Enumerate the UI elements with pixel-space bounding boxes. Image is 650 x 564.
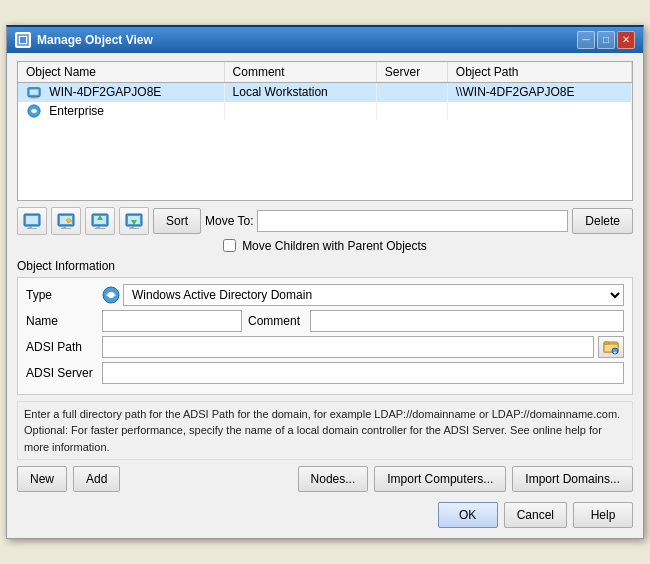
cell-comment: Local Workstation — [224, 82, 376, 101]
type-select[interactable]: Windows Active Directory Domain LDAP Win… — [123, 284, 624, 306]
object-table: Object Name Comment Server Object Path — [18, 62, 632, 121]
cell-path — [447, 102, 631, 121]
icon-btn-1[interactable] — [17, 207, 47, 235]
cell-server — [376, 102, 447, 121]
col-comment: Comment — [224, 62, 376, 83]
svg-rect-10 — [27, 228, 37, 229]
titlebar-left: Manage Object View — [15, 32, 153, 48]
svg-point-21 — [108, 292, 114, 298]
maximize-button[interactable]: □ — [597, 31, 615, 49]
close-button[interactable]: ✕ — [617, 31, 635, 49]
name-label: Name — [26, 314, 96, 328]
new-button[interactable]: New — [17, 466, 67, 492]
add-button[interactable]: Add — [73, 466, 120, 492]
type-label: Type — [26, 288, 96, 302]
svg-rect-5 — [30, 89, 39, 94]
move-to-label: Move To: — [205, 214, 253, 228]
col-object-name: Object Name — [18, 62, 224, 83]
svg-rect-13 — [61, 228, 71, 229]
import-computers-button[interactable]: Import Computers... — [374, 466, 506, 492]
object-information-section: Object Information Type Windows Active D… — [17, 259, 633, 395]
move-children-row: Move Children with Parent Objects — [17, 239, 633, 253]
move-children-checkbox[interactable] — [223, 239, 236, 252]
type-select-wrap: Windows Active Directory Domain LDAP Win… — [102, 284, 624, 306]
window-title: Manage Object View — [37, 33, 153, 47]
ok-button[interactable]: OK — [438, 502, 498, 528]
object-table-container[interactable]: Object Name Comment Server Object Path — [17, 61, 633, 201]
section-title: Object Information — [17, 259, 633, 273]
name-input[interactable] — [102, 310, 242, 332]
dialog-buttons: OK Cancel Help — [17, 498, 633, 530]
col-server: Server — [376, 62, 447, 83]
cancel-button[interactable]: Cancel — [504, 502, 567, 528]
titlebar: Manage Object View ─ □ ✕ — [7, 27, 643, 53]
move-children-label: Move Children with Parent Objects — [242, 239, 427, 253]
titlebar-controls: ─ □ ✕ — [577, 31, 635, 49]
form-section: Type Windows Active Directory Domain LDA… — [17, 277, 633, 395]
help-button[interactable]: Help — [573, 502, 633, 528]
window-icon — [15, 32, 31, 48]
type-row: Type Windows Active Directory Domain LDA… — [26, 284, 624, 306]
icon-btn-3[interactable] — [85, 207, 115, 235]
svg-point-7 — [32, 110, 36, 114]
minimize-button[interactable]: ─ — [577, 31, 595, 49]
svg-rect-24 — [604, 342, 609, 344]
svg-text:+: + — [614, 348, 617, 354]
icon-btn-2[interactable] — [51, 207, 81, 235]
adsi-path-row: ADSI Path + — [26, 336, 624, 358]
main-content: Object Name Comment Server Object Path — [7, 53, 643, 539]
delete-button[interactable]: Delete — [572, 208, 633, 234]
icon-btn-4[interactable] — [119, 207, 149, 235]
cell-name: Enterprise — [18, 102, 224, 121]
toolbar-row: Sort Move To: Delete — [17, 207, 633, 235]
adsi-server-input[interactable] — [102, 362, 624, 384]
name-comment-row: Name Comment — [26, 310, 624, 332]
cell-comment — [224, 102, 376, 121]
cell-server — [376, 82, 447, 101]
svg-rect-1 — [20, 37, 26, 43]
adsi-path-browse-button[interactable]: + — [598, 336, 624, 358]
sort-button[interactable]: Sort — [153, 208, 201, 234]
svg-rect-19 — [129, 228, 139, 229]
nodes-button[interactable]: Nodes... — [298, 466, 369, 492]
bottom-action-buttons: New Add Nodes... Import Computers... Imp… — [17, 466, 633, 492]
import-domains-button[interactable]: Import Domains... — [512, 466, 633, 492]
cell-name: WIN-4DF2GAPJO8E — [18, 82, 224, 101]
comment-input[interactable] — [310, 310, 624, 332]
col-object-path: Object Path — [447, 62, 631, 83]
adsi-server-label: ADSI Server — [26, 366, 96, 380]
manage-object-view-window: Manage Object View ─ □ ✕ Object Name Com… — [6, 25, 644, 540]
svg-rect-16 — [95, 228, 105, 229]
table-row[interactable]: WIN-4DF2GAPJO8E Local Workstation \\WIN-… — [18, 82, 632, 101]
info-text: Enter a full directory path for the ADSI… — [17, 401, 633, 461]
adsi-path-label: ADSI Path — [26, 340, 96, 354]
svg-rect-4 — [29, 97, 40, 98]
cell-path: \\WIN-4DF2GAPJO8E — [447, 82, 631, 101]
svg-rect-9 — [26, 216, 38, 224]
table-row[interactable]: Enterprise — [18, 102, 632, 121]
adsi-path-input[interactable] — [102, 336, 594, 358]
comment-label: Comment — [248, 314, 300, 328]
adsi-server-row: ADSI Server — [26, 362, 624, 384]
move-to-input[interactable] — [257, 210, 568, 232]
